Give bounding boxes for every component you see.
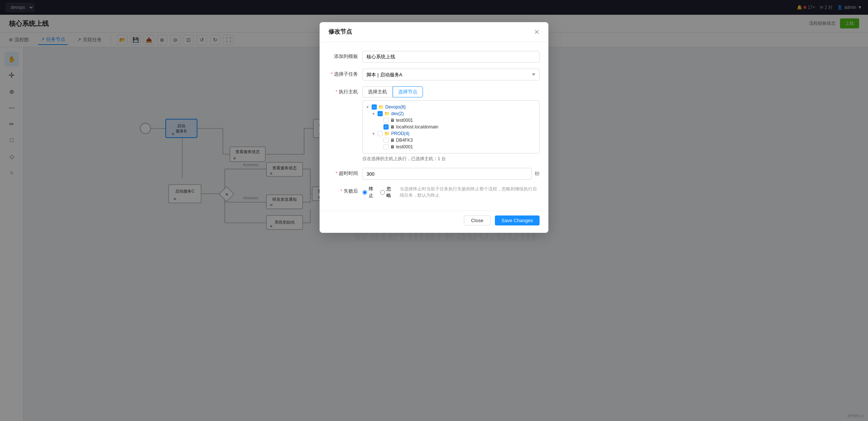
checkbox-localhost[interactable]: ✓ <box>383 124 389 130</box>
tree-node-localhost[interactable]: ✓ 🖥 localhost.localdomain <box>366 124 536 130</box>
checkbox-dev[interactable]: — <box>378 111 383 116</box>
dialog-overlay[interactable]: 修改节点 ✕ 添加到模板 选择子任务 脚本 | 启动服务A 脚本 | 启动服务B… <box>0 0 868 421</box>
close-icon[interactable]: ✕ <box>534 29 540 35</box>
timeout-unit: 秒 <box>535 170 540 177</box>
timeout-label: 超时时间 <box>328 168 358 177</box>
host-label: 执行主机 <box>328 86 358 95</box>
host-wrap: 选择主机 选择节点 ▼ — 📁 Devops(8) ▼ <box>362 86 540 162</box>
template-input[interactable] <box>362 51 540 63</box>
form-row-host: 执行主机 选择主机 选择节点 ▼ — 📁 Devops(8) <box>328 86 540 162</box>
checkbox-test0001[interactable] <box>383 118 389 123</box>
task-select-wrap: 脚本 | 启动服务A 脚本 | 启动服务B 脚本 | 启动服务C <box>362 69 540 80</box>
dialog-header: 修改节点 ✕ <box>320 22 548 42</box>
edit-node-dialog: 修改节点 ✕ 添加到模板 选择子任务 脚本 | 启动服务A 脚本 | 启动服务B… <box>320 22 548 233</box>
label-test0001b: test0001 <box>396 144 413 149</box>
radio-ignore-label: 忽略 <box>386 186 392 199</box>
tab-select-node[interactable]: 选择节点 <box>393 86 423 97</box>
failure-label: 失败后 <box>328 186 358 194</box>
failure-hint: 当选择终止时当前子任务执行失败则终止整个流程，忽略则继续执行后续任务，默认为终止 <box>400 186 540 199</box>
timeout-input[interactable] <box>362 168 532 180</box>
task-select[interactable]: 脚本 | 启动服务A 脚本 | 启动服务B 脚本 | 启动服务C <box>362 69 540 80</box>
dialog-footer: Close Save Changes <box>320 211 548 233</box>
checkbox-devops[interactable]: — <box>372 104 377 110</box>
label-test0001: test0001 <box>396 118 413 123</box>
radio-stop-label: 终止 <box>369 186 374 199</box>
checkbox-prod[interactable] <box>378 131 383 136</box>
label-db4fk3: DB4FK3 <box>396 138 413 143</box>
template-label: 添加到模板 <box>328 51 358 60</box>
label-prod: PROD(4) <box>391 131 409 136</box>
timeout-inner: 秒 <box>362 168 540 180</box>
radio-stop[interactable]: 终止 <box>362 186 374 199</box>
tree-node-prod[interactable]: ▼ 📁 PROD(4) <box>366 130 536 137</box>
folder-devops-icon: 📁 <box>378 104 384 110</box>
dialog-title: 修改节点 <box>328 28 352 36</box>
label-localhost: localhost.localdomain <box>396 124 438 130</box>
host-db4fk3-icon: 🖥 <box>390 138 395 143</box>
folder-prod-icon: 📁 <box>384 131 390 136</box>
tree-node-devops[interactable]: ▼ — 📁 Devops(8) <box>366 104 536 110</box>
task-label: 选择子任务 <box>328 69 358 77</box>
checkbox-db4fk3[interactable] <box>383 138 389 143</box>
failure-wrap: 终止 忽略 当选择终止时当前子任务执行失败则终止整个流程，忽略则继续执行后续任务… <box>362 186 540 199</box>
host-test0001-icon: 🖥 <box>390 118 395 123</box>
dialog-body: 添加到模板 选择子任务 脚本 | 启动服务A 脚本 | 启动服务B 脚本 | 启… <box>320 42 548 211</box>
host-summary: 仅在选择的主机上执行，已选择主机：1 台 <box>362 156 540 162</box>
label-devops: Devops(8) <box>385 104 406 110</box>
host-tabs: 选择主机 选择节点 <box>362 86 540 97</box>
save-changes-button[interactable]: Save Changes <box>495 215 540 225</box>
form-row-failure: 失败后 终止 忽略 当选择终止时 <box>328 186 540 199</box>
radio-group-failure: 终止 忽略 <box>362 186 392 199</box>
tab-select-host[interactable]: 选择主机 <box>362 86 393 97</box>
tree-node-db4fk3[interactable]: 🖥 DB4FK3 <box>366 137 536 144</box>
folder-dev-icon: 📁 <box>384 111 390 116</box>
expand-dev: ▼ <box>372 112 376 116</box>
label-dev: dev(2) <box>391 111 404 116</box>
radio-ignore[interactable]: 忽略 <box>380 186 392 199</box>
expand-devops: ▼ <box>366 105 370 109</box>
host-tree: ▼ — 📁 Devops(8) ▼ — 📁 dev(2) <box>362 100 540 153</box>
timeout-wrap: 秒 <box>362 168 540 180</box>
form-row-task: 选择子任务 脚本 | 启动服务A 脚本 | 启动服务B 脚本 | 启动服务C <box>328 69 540 80</box>
tree-node-test0001b[interactable]: 🖥 test0001 <box>366 144 536 150</box>
close-button[interactable]: Close <box>464 215 490 225</box>
tree-node-test0001[interactable]: 🖥 test0001 <box>366 117 536 124</box>
form-row-timeout: 超时时间 秒 <box>328 168 540 180</box>
tree-node-dev[interactable]: ▼ — 📁 dev(2) <box>366 110 536 117</box>
expand-prod: ▼ <box>372 132 376 136</box>
checkbox-test0001b[interactable] <box>383 144 389 149</box>
host-test0001b-icon: 🖥 <box>390 144 395 149</box>
form-row-template: 添加到模板 <box>328 51 540 63</box>
failure-options: 终止 忽略 当选择终止时当前子任务执行失败则终止整个流程，忽略则继续执行后续任务… <box>362 186 540 199</box>
template-input-wrap <box>362 51 540 63</box>
radio-ignore-input[interactable] <box>380 190 385 195</box>
radio-stop-input[interactable] <box>362 190 367 195</box>
host-localhost-icon: 🖥 <box>390 124 395 130</box>
